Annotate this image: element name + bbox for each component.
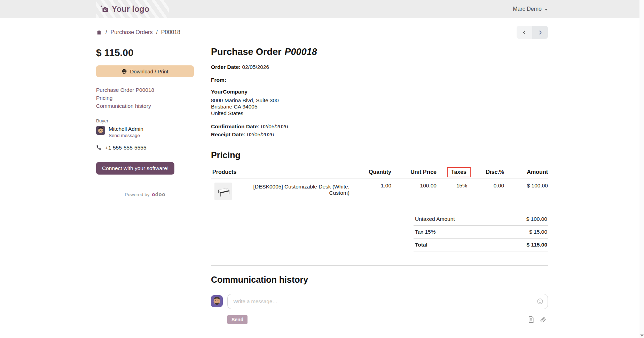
message-input-wrap (227, 294, 548, 309)
page-title: Purchase OrderP00018 (211, 47, 548, 57)
buyer-phone-number: +1 555-555-5555 (105, 145, 147, 151)
message-composer (211, 294, 548, 309)
confirmation-date-value: 02/05/2026 (261, 123, 288, 129)
page-title-prefix: Purchase Order (211, 47, 282, 57)
total-label: Total (415, 242, 427, 248)
record-pager (517, 26, 548, 39)
connect-software-button[interactable]: Connect with your software! (96, 162, 174, 175)
buyer-avatar (96, 126, 105, 135)
address-line: 8000 Marina Blvd, Suite 300 (211, 97, 548, 104)
scrollbar-down-arrow[interactable] (640, 335, 644, 337)
column-header-quantity: Quantity (350, 166, 391, 178)
download-print-label: Download / Print (130, 69, 168, 74)
total-row: Total $ 115.00 (414, 239, 548, 251)
untaxed-amount-row: Untaxed Amount $ 100.00 (414, 213, 548, 226)
column-header-unit-price: Unit Price (391, 166, 437, 178)
chevron-right-icon (537, 30, 543, 35)
breadcrumb-current: P00018 (161, 29, 180, 35)
cell-amount: $ 100.00 (504, 178, 548, 205)
breadcrumb-separator: / (105, 29, 107, 35)
pager-previous-button[interactable] (517, 26, 532, 39)
breadcrumb-row: / Purchase Orders / P00018 (96, 18, 548, 39)
phone-icon (96, 145, 101, 150)
attachment-tools (528, 316, 548, 323)
printer-icon (121, 69, 127, 74)
sidebar-link-pricing[interactable]: Pricing (96, 95, 194, 101)
breadcrumb-separator: / (156, 29, 157, 35)
document-icon[interactable] (528, 316, 534, 323)
sidebar-nav: Purchase Order P00018 Pricing Communicat… (96, 87, 194, 109)
send-message-link[interactable]: Send message (109, 133, 140, 138)
table-header-row: Products Quantity Unit Price Taxes Disc.… (211, 166, 548, 178)
address-line: United States (211, 110, 548, 116)
cell-unit-price: 100.00 (391, 178, 437, 205)
column-header-amount: Amount (504, 166, 548, 178)
current-user-avatar (211, 295, 223, 307)
cell-discount: 0.00 (467, 178, 504, 205)
page-title-reference: P00018 (285, 47, 317, 57)
scrollbar[interactable] (639, 0, 644, 338)
order-date-label: Order Date: (211, 64, 241, 70)
receipt-date-line: Receipt Date: 02/05/2026 (211, 131, 548, 138)
pager-next-button[interactable] (532, 26, 548, 39)
order-sidebar: $ 115.00 Download / Print Purchase Order… (96, 44, 194, 338)
chevron-left-icon (521, 30, 527, 35)
buyer-card: Mitchell Admin Send message (96, 126, 194, 138)
buyer-label: Buyer (96, 118, 194, 123)
paperclip-icon[interactable] (540, 316, 547, 323)
vendor-company-name: YourCompany (211, 89, 548, 95)
untaxed-amount-value: $ 100.00 (526, 216, 547, 222)
confirmation-date-label: Confirmation Date: (211, 123, 260, 129)
logo-text: Your logo (112, 5, 149, 14)
sidebar-link-communication-history[interactable]: Communication history (96, 103, 194, 109)
composer-actions: Send (211, 315, 548, 324)
order-total-amount: $ 115.00 (96, 47, 194, 58)
taxes-column-highlight-box: Taxes (447, 167, 471, 177)
breadcrumb-link-purchase-orders[interactable]: Purchase Orders (110, 29, 152, 35)
smiley-icon[interactable] (537, 298, 543, 305)
communication-history-heading: Communication history (211, 275, 548, 285)
user-menu-label: Marc Demo (513, 6, 542, 12)
breadcrumb: / Purchase Orders / P00018 (96, 29, 180, 35)
product-name: [DESK0005] Customizable Desk (White, Cus… (236, 184, 350, 196)
caret-down-icon (544, 9, 548, 10)
powered-by: Powered by odoo (96, 191, 194, 197)
tax-row: Tax 15% $ 15.00 (414, 226, 548, 239)
product-thumbnail-desk (214, 183, 232, 200)
sidebar-link-purchase-order[interactable]: Purchase Order P00018 (96, 87, 194, 93)
address-line: Brisbane CA 94005 (211, 104, 548, 110)
cell-product: [DESK0005] Customizable Desk (White, Cus… (211, 178, 350, 205)
tax-label: Tax 15% (415, 229, 435, 235)
cell-taxes: 15% (437, 178, 467, 205)
section-divider (211, 265, 548, 266)
confirmation-date-line: Confirmation Date: 02/05/2026 (211, 123, 548, 130)
header-bar: Your logo Marc Demo (0, 0, 644, 18)
purchase-order-document: Purchase OrderP00018 Order Date: 02/05/2… (203, 44, 548, 338)
company-logo[interactable]: Your logo (96, 0, 169, 18)
order-date-line: Order Date: 02/05/2026 (211, 64, 548, 70)
camera-icon (100, 5, 109, 13)
user-menu[interactable]: Marc Demo (513, 6, 548, 12)
odoo-brand-link[interactable]: odoo (152, 191, 165, 197)
receipt-date-label: Receipt Date: (211, 131, 245, 137)
pricing-heading: Pricing (211, 150, 548, 160)
powered-by-label: Powered by (125, 192, 149, 197)
column-header-taxes: Taxes (437, 166, 467, 178)
home-icon[interactable] (96, 30, 102, 35)
message-input[interactable] (227, 294, 548, 309)
buyer-name: Mitchell Admin (109, 126, 143, 132)
total-value: $ 115.00 (527, 242, 547, 248)
column-header-products: Products (211, 166, 350, 178)
order-date-value: 02/05/2026 (242, 64, 269, 70)
order-line-row: [DESK0005] Customizable Desk (White, Cus… (211, 178, 548, 205)
untaxed-amount-label: Untaxed Amount (415, 216, 455, 222)
download-print-button[interactable]: Download / Print (96, 65, 194, 77)
vendor-address-block: From: YourCompany 8000 Marina Blvd, Suit… (211, 77, 548, 116)
vendor-address: 8000 Marina Blvd, Suite 300 Brisbane CA … (211, 97, 548, 116)
buyer-phone[interactable]: +1 555-555-5555 (96, 145, 194, 151)
column-header-discount: Disc.% (467, 166, 504, 178)
tax-value: $ 15.00 (529, 229, 547, 235)
send-button[interactable]: Send (227, 315, 248, 324)
totals-table: Untaxed Amount $ 100.00 Tax 15% $ 15.00 … (414, 213, 548, 251)
order-dates-block: Confirmation Date: 02/05/2026 Receipt Da… (211, 123, 548, 138)
